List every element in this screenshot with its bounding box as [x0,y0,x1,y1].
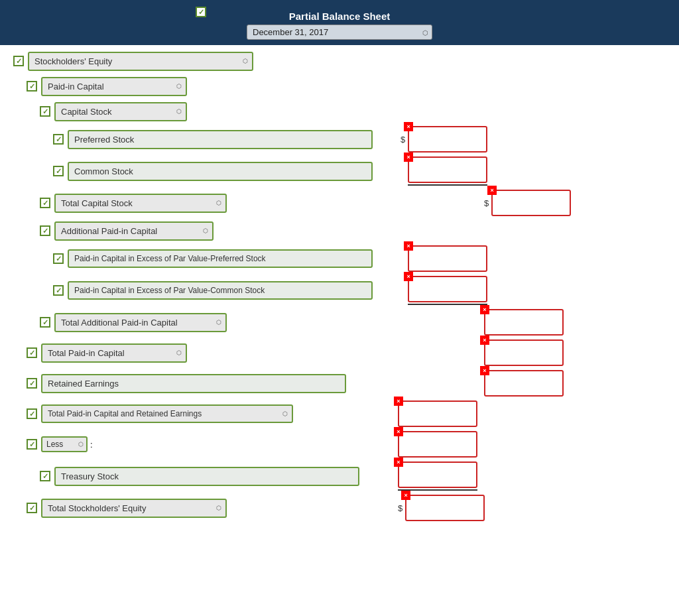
clear-total-additional-btn[interactable]: × [480,305,489,314]
row-treasury-stock: Treasury Stock × [13,462,666,491]
title-text: Partial Balance Sheet [289,11,391,22]
dropdown-paid-in-capital[interactable]: Paid-in Capital [41,77,187,96]
date-row: December 31, 2017 [0,25,679,45]
cb-common-stock[interactable] [53,166,64,176]
row-capital-stock: Capital Stock [13,101,666,122]
cb-total-paid-retained[interactable] [27,408,37,419]
clear-total-paid-retained-btn[interactable]: × [394,397,403,406]
row-left: Paid-in Capital [27,77,398,96]
clear-pic-common-btn[interactable]: × [404,272,413,281]
dropdown-additional-paid-in[interactable]: Additional Paid-in Capital [54,221,214,241]
input-preferred-stock[interactable]: × [408,126,487,153]
clear-total-stockholders-btn[interactable]: × [401,491,410,500]
clear-common-btn[interactable]: × [404,153,413,162]
clear-total-paid-in-btn[interactable]: × [480,336,489,345]
input-common-stock[interactable]: × [408,156,487,183]
dollar-preferred: $ [401,135,405,145]
dropdown-total-additional[interactable]: Total Additional Paid-in Capital [54,313,227,332]
dropdown-less[interactable]: Less [41,436,88,452]
row-left: Stockholders' Equity [13,52,385,71]
underline-pic-common [408,304,487,305]
text-treasury-stock: Treasury Stock [54,467,359,486]
input-pic-common[interactable]: × [408,276,487,302]
cb-total-paid-in[interactable] [27,347,37,358]
row-total-additional: Total Additional Paid-in Capital × [13,309,666,336]
row-pic-common: Paid-in Capital in Excess of Par Value-C… [13,276,666,305]
row-paid-in-capital: Paid-in Capital [13,76,666,97]
dollar-total-stockholders: $ [398,503,402,513]
text-pic-preferred: Paid-in Capital in Excess of Par Value-P… [68,249,373,268]
dropdown-capital-stock[interactable]: Capital Stock [54,102,187,121]
input-retained-earnings[interactable]: × [484,370,564,397]
clear-less-btn[interactable]: × [394,427,403,436]
row-less: Less : × [13,431,666,458]
input-total-additional[interactable]: × [484,309,564,336]
row-left: Capital Stock [40,102,411,121]
row-pic-preferred: Paid-in Capital in Excess of Par Value-P… [13,245,666,272]
cb-treasury-stock[interactable] [40,471,50,481]
dropdown-stockholders-equity[interactable]: Stockholders' Equity [28,52,253,71]
cb-total-capital-stock[interactable] [40,198,50,208]
date-select[interactable]: December 31, 2017 [247,25,432,40]
text-preferred-stock: Preferred Stock [68,130,373,149]
input-treasury-stock[interactable]: × [398,462,477,488]
row-total-paid-retained: Total Paid-in Capital and Retained Earni… [13,400,666,427]
input-total-stockholders[interactable]: × [405,495,485,521]
input-total-paid-retained[interactable]: × [398,400,477,427]
content-area: Stockholders' Equity Paid-in Capital Cap… [0,45,679,538]
row-preferred-stock: Preferred Stock $ × [13,126,666,153]
clear-retained-btn[interactable]: × [480,366,489,375]
input-total-capital-stock[interactable]: × [491,190,571,216]
clear-preferred-btn[interactable]: × [404,122,413,131]
row-common-stock: Common Stock $ × [13,156,666,186]
underline-common [408,184,487,186]
row-retained-earnings: Retained Earnings × [13,370,666,397]
cb-total-stockholders[interactable] [27,503,37,513]
row-total-stockholders: Total Stockholders' Equity $ × [13,495,666,521]
cb-paid-in-capital[interactable] [27,81,37,92]
row-total-capital-stock: Total Capital Stock $ × [13,190,666,216]
cb-stockholders-equity[interactable] [13,56,24,66]
page-wrapper: Partial Balance Sheet December 31, 2017 … [0,0,679,616]
cb-retained-earnings[interactable] [27,378,37,389]
input-less[interactable]: × [398,431,477,458]
cb-capital-stock[interactable] [40,106,50,117]
dropdown-total-paid-retained[interactable]: Total Paid-in Capital and Retained Earni… [41,404,293,423]
clear-total-capital-btn[interactable]: × [487,186,497,195]
dropdown-total-capital-stock[interactable]: Total Capital Stock [54,194,227,213]
row-total-paid-in: Total Paid-in Capital × [13,339,666,366]
row-additional-paid-in: Additional Paid-in Capital [13,220,666,241]
cb-additional-paid-in[interactable] [40,225,50,236]
clear-treasury-btn[interactable]: × [394,458,403,467]
cb-preferred-stock[interactable] [53,134,64,145]
row-stockholders-equity: Stockholders' Equity [13,50,666,72]
less-colon: : [90,440,93,450]
clear-pic-preferred-btn[interactable]: × [404,241,413,251]
text-retained-earnings: Retained Earnings [41,374,346,393]
dropdown-total-paid-in[interactable]: Total Paid-in Capital [41,343,187,363]
text-common-stock: Common Stock [68,162,373,181]
cb-pic-common[interactable] [53,285,64,296]
cb-less[interactable] [27,439,37,450]
date-select-wrapper: December 31, 2017 [247,25,432,40]
input-pic-preferred[interactable]: × [408,245,487,272]
cb-pic-preferred[interactable] [53,253,64,264]
input-total-paid-in[interactable]: × [484,339,564,366]
dollar-total-capital: $ [484,198,489,208]
cb-total-additional[interactable] [40,317,50,328]
text-pic-common: Paid-in Capital in Excess of Par Value-C… [68,281,373,300]
page-title: Partial Balance Sheet [0,5,679,25]
dropdown-total-stockholders[interactable]: Total Stockholders' Equity [41,499,227,518]
header-checkbox[interactable] [196,7,206,17]
